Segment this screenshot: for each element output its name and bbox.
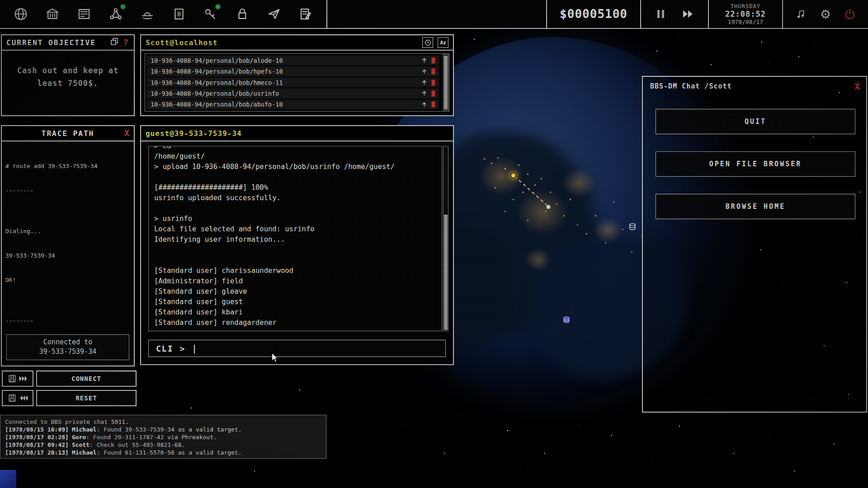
server-marker-icon[interactable] [628,223,637,231]
file-row[interactable]: 10-936-4088-94/personal/bob/alode-10 [147,56,439,65]
darkweb-spy-icon[interactable] [138,4,156,24]
chat-log-line: [1978/08/17 20:13]Michael: Found 61-131-… [5,449,321,456]
trace-log: # route add 39-533-7539-34 -------- Dial… [2,141,134,346]
bbs-quit-button[interactable]: QUIT [656,109,855,134]
objective-title: CURRENT OBJECTIVE [6,38,96,47]
terminal-output: > cd /home/guest/ > upload 10-936-4088-9… [148,146,442,331]
upload-arrow-icon[interactable] [421,101,428,108]
music-icon[interactable] [794,4,808,24]
terminal-title: guest@39-533-7539-34 [146,129,242,138]
trace-header: TRACE PATH X [2,126,134,141]
power-icon[interactable] [843,4,857,24]
terminal-header: guest@39-533-7539-34 [141,126,453,141]
chat-log-header: Connected to BBS private chat 5011. [5,418,321,426]
trace-title: TRACE PATH [42,129,94,138]
crypto-ledger-icon[interactable]: B [170,4,188,24]
map-node-source[interactable] [510,172,517,179]
save-rewind-button[interactable] [2,390,33,406]
bank-icon[interactable] [43,4,61,24]
bbs-title: BBS-DM Chat /Scott [650,82,732,90]
notes-icon[interactable] [297,4,315,24]
pause-button[interactable] [652,4,670,24]
city-lights-dots [484,158,485,160]
time-label: 22:08:52 [725,9,766,19]
objective-text: Cash out and keep at least 7500$. [2,51,134,89]
delete-file-button[interactable] [431,57,435,64]
files-header: Scott@localhost Az [141,35,453,51]
sort-alpha-button[interactable]: Az [438,37,448,48]
clock-icon [425,39,431,46]
trace-connected-status: Connected to 39-533-7539-34 [6,334,129,361]
rewind-icon [19,395,28,401]
file-path: 10-936-4088-94/personal/bob/abufo-10 [151,101,283,108]
fast-forward-icon [19,375,28,382]
upload-arrow-icon[interactable] [421,68,428,75]
upload-arrow-icon[interactable] [421,90,428,97]
text-caret: | [192,343,197,353]
file-row[interactable]: 10-936-4088-94/personal/bob/usrinfo [147,89,439,98]
money-display: $00005100 [546,0,641,28]
scrollbar-thumb[interactable] [444,215,448,330]
file-list: 10-936-4088-94/personal/bob/alode-10 10-… [145,53,449,112]
close-icon[interactable]: X [855,81,860,91]
chat-log-line: [1978/08/17 02:28]Goro: Found 20-311-178… [5,433,321,441]
chat-log-line: [1978/08/15 16:09]Michael: Found 39-533-… [5,426,321,433]
trace-path-panel: TRACE PATH X # route add 39-533-7539-34 … [1,125,135,366]
delete-file-button[interactable] [431,80,435,86]
files-title: Scott@localhost [146,38,218,47]
notification-badge [120,4,126,9]
notification-badge [215,4,221,9]
scrollbar-thumb[interactable] [444,56,448,109]
bbs-dm-chat-panel: BBS-DM Chat /Scott X QUIT OPEN FILE BROW… [642,76,867,413]
file-path: 10-936-4088-94/personal/bob/hmeco-11 [151,79,283,86]
reset-button[interactable]: RESET [36,390,137,406]
newspaper-icon[interactable] [75,4,93,24]
svg-text:B: B [177,10,181,18]
connect-button[interactable]: CONNECT [36,371,137,387]
save-fastforward-button[interactable] [2,371,33,387]
floppy-icon [8,394,17,403]
file-row[interactable]: 10-936-4088-94/personal/bob/abufo-10 [147,100,439,109]
file-row[interactable]: 10-936-4088-94/personal/bob/hmeco-11 [147,78,439,87]
password-key-icon[interactable] [202,4,220,24]
game-screen: B $00005100 [0,0,868,488]
mail-send-icon[interactable] [265,4,283,24]
file-path: 10-936-4088-94/personal/bob/alode-10 [151,57,283,64]
floppy-icon [8,374,17,383]
upload-arrow-icon[interactable] [421,79,428,86]
sort-time-button[interactable] [422,37,433,48]
fast-forward-button[interactable] [679,4,697,24]
bbs-open-file-browser-button[interactable]: OPEN FILE BROWSER [656,151,855,177]
remote-terminal-panel: guest@39-533-7539-34 > cd /home/guest/ >… [140,125,454,365]
bbs-chat-log: Connected to BBS private chat 5011. [197… [0,415,326,459]
bottom-left-accent [0,470,16,488]
terminal-scrollbar[interactable] [443,146,448,331]
settings-gear-icon[interactable]: ⚙ [818,4,833,24]
file-path: 10-936-4088-94/personal/bob/hpefs-10 [151,68,283,75]
lock-icon[interactable] [233,4,251,24]
cli-label: CLI [156,344,174,353]
restore-window-icon[interactable] [110,38,118,47]
topbar: B $00005100 [0,0,868,29]
date-label: 1978/08/17 [728,19,763,25]
localhost-files-panel: Scott@localhost Az 10-936-4088-94/person… [140,34,454,116]
delete-file-button[interactable] [431,101,435,108]
delete-file-button[interactable] [431,68,435,75]
file-path: 10-936-4088-94/personal/bob/usrinfo [151,90,279,97]
upload-arrow-icon[interactable] [421,57,428,64]
objective-header: CURRENT OBJECTIVE ? [2,35,134,51]
datetime-display: THURSDAY 22:08:52 1978/08/17 [708,0,783,28]
help-icon[interactable]: ? [123,37,129,48]
delete-file-button[interactable] [431,90,435,97]
current-objective-panel: CURRENT OBJECTIVE ? Cash out and keep at… [1,34,135,116]
file-row[interactable]: 10-936-4088-94/personal/bob/hpefs-10 [147,66,439,76]
network-nodes-icon[interactable] [107,4,125,24]
close-icon[interactable]: X [124,128,129,138]
coin-stack-icon[interactable] [562,316,571,324]
world-map-icon[interactable] [12,4,30,24]
map-node-target[interactable] [546,204,551,210]
files-scrollbar[interactable] [443,54,448,111]
bbs-browse-home-button[interactable]: BROWSE HOME [656,194,855,219]
cli-input[interactable]: CLI > | [148,340,446,357]
bbs-header: BBS-DM Chat /Scott X [643,77,866,96]
